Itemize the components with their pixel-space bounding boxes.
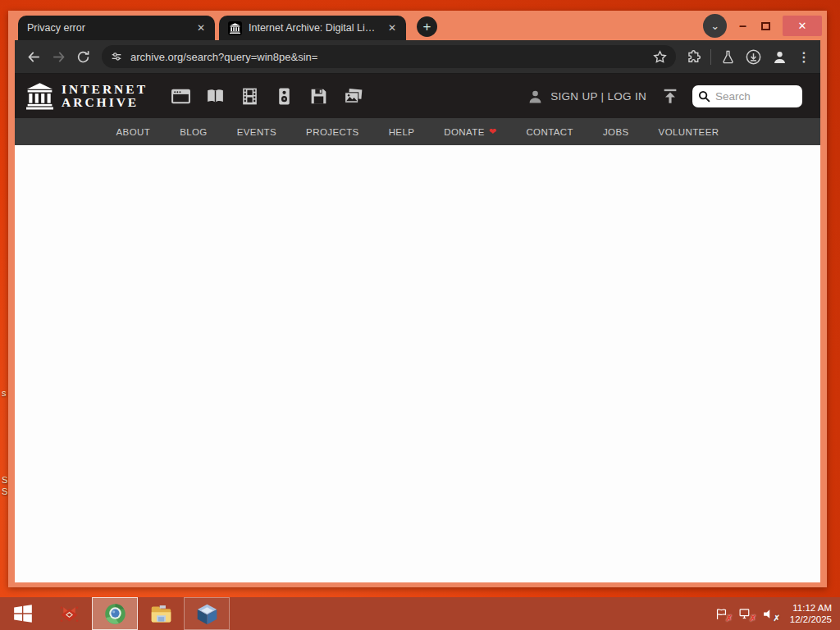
taskbar: ✗ ✗ ✗ 11:12 AM 12/2/2025 — [0, 597, 840, 630]
taskbar-file-explorer[interactable] — [138, 597, 184, 630]
images-icon[interactable] — [343, 86, 363, 107]
ia-header: INTERNET ARCHIVE — [15, 74, 820, 118]
action-center-button[interactable]: ✗ — [714, 605, 730, 622]
mute-badge: ✗ — [773, 614, 779, 623]
ia-search-input[interactable] — [715, 90, 789, 103]
tab-title: Internet Archive: Digital Library — [249, 22, 380, 34]
tab-strip: Privacy error ✕ Internet Archive: Digita… — [8, 11, 827, 40]
clock-date: 12/2/2025 — [790, 614, 832, 625]
upload-button[interactable] — [661, 87, 679, 105]
download-icon — [745, 48, 762, 66]
tab-internet-archive[interactable]: Internet Archive: Digital Library ✕ — [219, 16, 406, 40]
error-badge: ✗ — [749, 614, 756, 623]
reload-button[interactable] — [71, 44, 95, 69]
texts-icon[interactable] — [205, 86, 226, 107]
lab-button[interactable] — [720, 49, 736, 65]
desktop-icon-label-fragment: S — [2, 486, 7, 496]
upload-icon — [661, 87, 679, 105]
ia-building-icon — [26, 82, 53, 110]
nav-help[interactable]: HELP — [389, 127, 415, 137]
ia-nav: ABOUT BLOG EVENTS PROJECTS HELP DONATE❤ … — [15, 118, 820, 145]
nav-projects[interactable]: PROJECTS — [306, 127, 359, 137]
system-tray: ✗ ✗ ✗ 11:12 AM 12/2/2025 — [714, 597, 840, 630]
new-tab-button[interactable]: + — [417, 16, 437, 37]
reload-icon — [75, 49, 91, 65]
clock-time: 11:12 AM — [790, 602, 832, 614]
extensions-icon — [686, 49, 701, 65]
tab-search-button[interactable]: ⌄ — [703, 14, 727, 38]
nav-volunteer[interactable]: VOLUNTEER — [659, 127, 719, 137]
taskbar-virtualbox[interactable] — [184, 597, 230, 630]
folder-icon — [149, 602, 173, 626]
taskbar-clock[interactable]: 11:12 AM 12/2/2025 — [785, 602, 832, 625]
back-icon — [26, 49, 42, 65]
address-bar[interactable]: archive.org/search?query=win8pe&sin= — [102, 45, 676, 68]
menu-button[interactable]: ⋮ — [797, 49, 810, 65]
menu-dots-icon: ⋮ — [797, 50, 810, 64]
close-window-button[interactable]: ✕ — [783, 16, 822, 36]
taskbar-chrome[interactable] — [92, 597, 138, 630]
close-icon[interactable]: ✕ — [385, 21, 399, 35]
back-button[interactable] — [21, 44, 46, 69]
media-type-icons — [171, 86, 363, 107]
browser-toolbar: archive.org/search?query=win8pe&sin= — [15, 40, 820, 74]
lab-flask-icon — [720, 49, 736, 65]
browser-window: Privacy error ✕ Internet Archive: Digita… — [8, 11, 827, 587]
ia-search-box[interactable] — [692, 85, 802, 107]
start-button[interactable] — [0, 597, 46, 630]
page-content — [15, 145, 820, 582]
close-icon: ✕ — [798, 20, 807, 32]
maximize-button[interactable] — [761, 22, 770, 30]
ia-logo[interactable]: INTERNET ARCHIVE — [26, 82, 148, 110]
forward-icon — [51, 49, 66, 65]
virtualbox-icon — [195, 602, 219, 626]
error-badge: ✗ — [725, 614, 732, 623]
toolbar-divider — [710, 49, 711, 65]
taskbar-red-app[interactable] — [46, 597, 92, 630]
tab-title: Privacy error — [27, 22, 189, 34]
profile-icon — [771, 48, 788, 66]
minimize-button[interactable]: – — [737, 22, 749, 30]
downloads-button[interactable] — [745, 48, 762, 66]
chrome-icon — [103, 602, 127, 626]
nav-contact[interactable]: CONTACT — [526, 127, 573, 137]
volume-button[interactable]: ✗ — [761, 605, 778, 622]
person-icon — [527, 88, 544, 105]
extensions-button[interactable] — [686, 49, 701, 65]
site-settings-icon[interactable] — [110, 50, 123, 63]
nav-events[interactable]: EVENTS — [237, 127, 276, 137]
nav-donate[interactable]: DONATE❤ — [444, 126, 496, 137]
video-icon[interactable] — [240, 86, 260, 107]
signup-login-link[interactable]: SIGN UP | LOG IN — [550, 90, 646, 103]
close-icon[interactable]: ✕ — [194, 21, 208, 35]
nav-blog[interactable]: BLOG — [180, 127, 208, 137]
desktop-icon-label-fragment: s — [2, 388, 7, 398]
search-icon — [697, 89, 711, 103]
desktop-icon-label-fragment: S — [2, 475, 7, 485]
profile-button[interactable] — [771, 48, 788, 66]
internet-archive-favicon — [228, 21, 242, 35]
red-app-icon — [57, 602, 81, 626]
ia-wordmark: INTERNET ARCHIVE — [62, 83, 148, 109]
nav-jobs[interactable]: JOBS — [603, 127, 629, 137]
chevron-down-icon: ⌄ — [710, 20, 719, 32]
bookmark-star-icon — [652, 49, 668, 65]
url-text: archive.org/search?query=win8pe&sin= — [130, 51, 646, 63]
nav-about[interactable]: ABOUT — [116, 127, 151, 137]
heart-icon: ❤ — [489, 126, 497, 137]
windows-logo-icon — [12, 603, 34, 624]
tab-privacy-error[interactable]: Privacy error ✕ — [18, 16, 215, 40]
web-icon[interactable] — [171, 86, 191, 107]
audio-icon[interactable] — [274, 86, 294, 107]
network-status-button[interactable]: ✗ — [737, 605, 754, 622]
bookmark-button[interactable] — [652, 49, 668, 65]
software-icon[interactable] — [308, 86, 329, 107]
forward-button[interactable] — [46, 44, 71, 69]
